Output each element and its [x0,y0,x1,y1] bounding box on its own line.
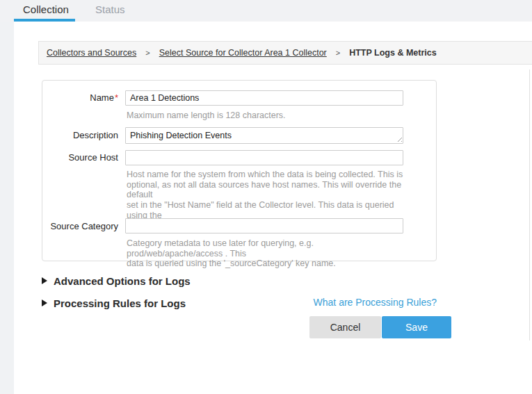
name-hint: Maximum name length is 128 characters. [127,110,408,121]
source-category-input[interactable] [125,218,403,233]
content-right-divider [529,69,530,340]
tab-bar: Collection Status [0,0,532,22]
description-input[interactable]: Phishing Detection Events [125,127,403,144]
source-config-form: Name* Maximum name length is 128 charact… [42,80,437,261]
expand-arrow-icon [42,299,47,306]
advanced-options-section-toggle[interactable]: Advanced Options for Logs [42,274,437,287]
breadcrumb-select-source-link[interactable]: Select Source for Collector Area 1 Colle… [159,48,327,58]
breadcrumb-current-page: HTTP Logs & Metrics [349,48,436,58]
processing-rules-label: Processing Rules for Logs [54,297,186,309]
source-category-label: Source Category [42,221,118,231]
source-category-hint: Category metadata to use later for query… [127,238,408,269]
name-label-text: Name [90,92,114,103]
source-host-label: Source Host [42,152,118,163]
required-asterisk: * [115,92,118,103]
processing-rules-section-toggle[interactable]: Processing Rules for Logs What are Proce… [42,297,437,309]
breadcrumb: Collectors and Sources > Select Source f… [38,41,532,65]
name-input[interactable] [125,90,403,106]
tab-status[interactable]: Status [95,0,125,22]
form-actions: Cancel Save [42,316,437,338]
processing-rules-help-link[interactable]: What are Processing Rules? [314,297,437,308]
save-button[interactable]: Save [382,316,451,338]
description-label: Description [42,130,118,140]
name-label: Name* [42,92,118,103]
breadcrumb-collectors-link[interactable]: Collectors and Sources [47,48,136,58]
breadcrumb-separator: > [336,49,340,57]
expand-arrow-icon [42,277,47,284]
breadcrumb-separator: > [145,49,150,57]
content-panel: Collectors and Sources > Select Source f… [14,22,532,394]
cancel-button[interactable]: Cancel [309,316,381,338]
source-host-input[interactable] [125,150,403,165]
advanced-options-label: Advanced Options for Logs [54,275,191,287]
